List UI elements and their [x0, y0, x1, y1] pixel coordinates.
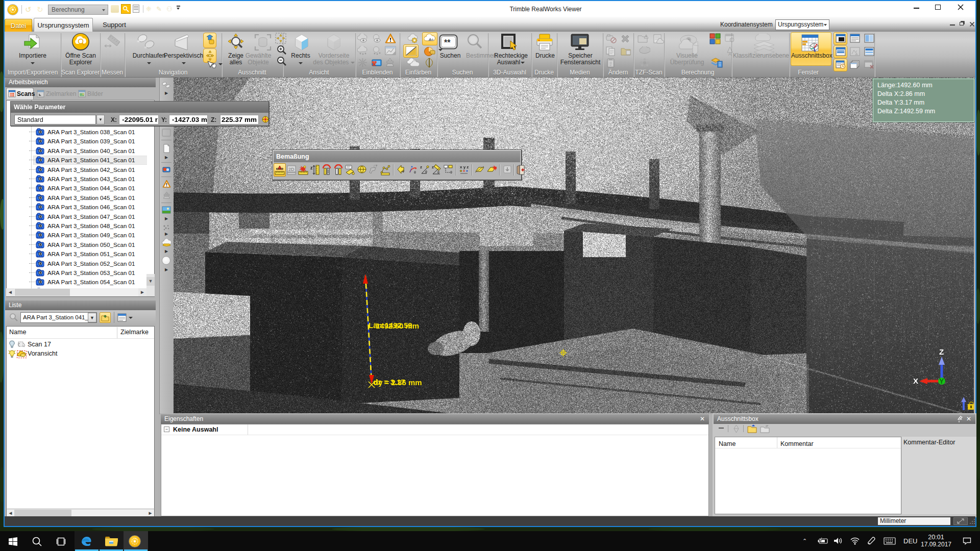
svg-text:θ: θ [450, 170, 452, 174]
svg-text:**: ** [444, 38, 451, 47]
svg-text:z: z [310, 165, 313, 170]
svg-text:θ: θ [414, 170, 416, 174]
svg-text:θ: θ [425, 170, 427, 173]
svg-text:θ: θ [402, 169, 404, 173]
svg-text:θ: θ [437, 170, 439, 174]
svg-text:z: z [420, 165, 422, 169]
svg-text:2D: 2D [288, 167, 295, 172]
svg-text:x y z: x y z [460, 165, 469, 169]
svg-text:A: A [728, 52, 731, 57]
svg-text:z: z [432, 165, 434, 169]
